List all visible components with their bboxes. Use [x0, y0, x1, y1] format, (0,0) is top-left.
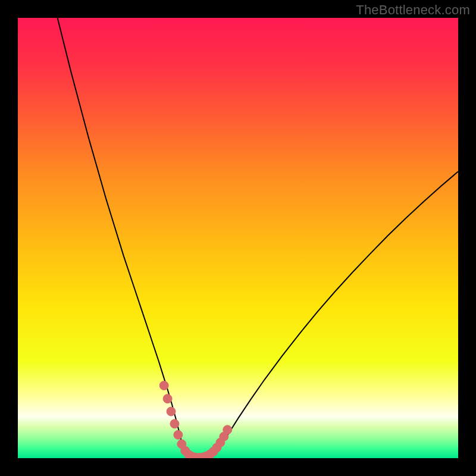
- chart-frame: TheBottleneck.com: [0, 0, 476, 476]
- marker-dot: [163, 394, 172, 403]
- marker-dot: [159, 381, 168, 390]
- marker-dot: [167, 407, 176, 416]
- watermark-text: TheBottleneck.com: [356, 2, 470, 18]
- marker-dot: [170, 419, 179, 428]
- bottleneck-curve: [18, 18, 458, 458]
- bottom-markers: [159, 381, 232, 458]
- curve-line: [58, 18, 458, 458]
- plot-area: [18, 18, 458, 458]
- marker-dot: [174, 430, 183, 439]
- marker-dot: [223, 425, 232, 434]
